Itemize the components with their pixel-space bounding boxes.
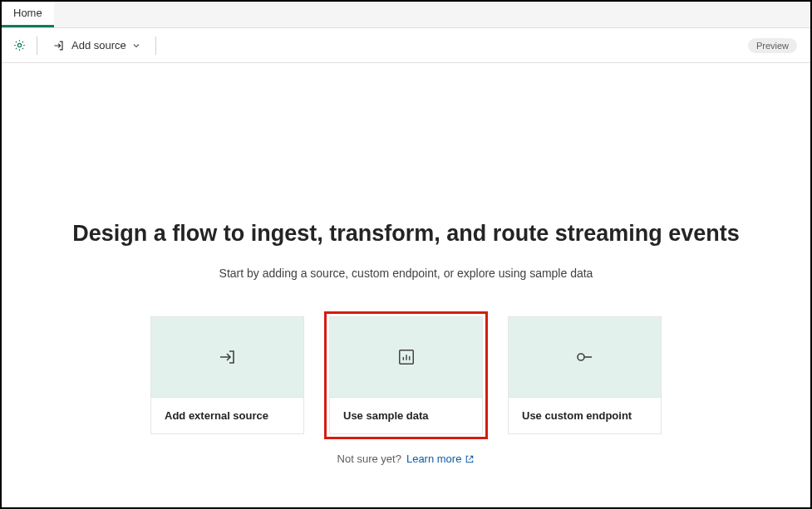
page-title: Design a flow to ingest, transform, and …	[72, 221, 740, 247]
endpoint-icon	[575, 347, 595, 367]
toolbar-divider-2	[155, 37, 156, 55]
learn-more-label: Learn more	[406, 453, 461, 465]
card-label: Use sample data	[330, 397, 482, 433]
add-source-button[interactable]: Add source	[46, 36, 147, 56]
sample-data-icon	[397, 348, 416, 366]
external-source-icon	[218, 347, 238, 367]
card-label: Use custom endpoint	[509, 397, 661, 433]
toolbar: Add source Preview	[2, 28, 810, 63]
card-use-sample-data[interactable]: Use sample data	[329, 316, 483, 434]
settings-button[interactable]	[10, 37, 28, 55]
svg-point-0	[17, 43, 21, 46]
card-icon-area	[330, 317, 482, 397]
gear-icon	[12, 38, 27, 52]
card-add-external-source[interactable]: Add external source	[150, 316, 304, 434]
card-icon-area	[151, 317, 303, 397]
learn-more-link[interactable]: Learn more	[406, 453, 475, 465]
preview-badge: Preview	[748, 38, 797, 53]
svg-point-2	[578, 354, 584, 360]
not-sure-text: Not sure yet?	[337, 453, 401, 465]
main-content: Design a flow to ingest, transform, and …	[2, 63, 810, 465]
tab-bar: Home	[2, 2, 810, 28]
card-icon-area	[509, 317, 661, 397]
option-cards: Add external source Use sample data Use …	[150, 316, 662, 434]
toolbar-divider	[37, 37, 37, 55]
add-source-icon	[52, 39, 66, 52]
card-use-custom-endpoint[interactable]: Use custom endpoint	[508, 316, 662, 434]
card-label: Add external source	[151, 397, 303, 433]
footer-help: Not sure yet? Learn more	[337, 453, 475, 465]
external-link-icon	[465, 454, 475, 464]
add-source-label: Add source	[71, 39, 126, 51]
tab-home[interactable]: Home	[2, 2, 54, 27]
chevron-down-icon	[132, 42, 140, 50]
page-subtitle: Start by adding a source, custom endpoin…	[219, 267, 593, 280]
